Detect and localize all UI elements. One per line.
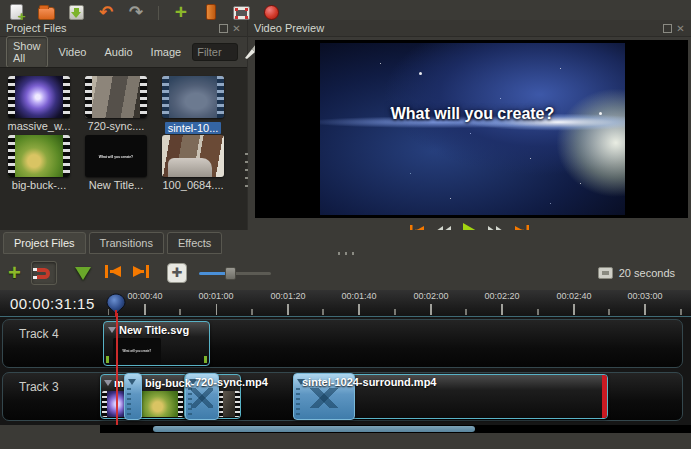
playhead-marker[interactable] xyxy=(105,293,127,317)
current-time-display: 00:00:31:15 xyxy=(10,295,95,312)
file-name: 720-sync.... xyxy=(80,120,152,132)
project-files-panel: Project Files ✕ Show All Video Audio Ima… xyxy=(0,20,248,230)
filter-input[interactable] xyxy=(192,43,238,61)
transition-1[interactable] xyxy=(124,373,142,420)
image-thumbnail xyxy=(162,135,224,177)
thumbnail-text: What will you create? xyxy=(99,154,133,158)
fullscreen-icon[interactable] xyxy=(231,2,251,20)
clip-menu-chevron-icon[interactable] xyxy=(104,380,112,386)
clip-label: big-buck- xyxy=(145,377,195,389)
choose-profile-icon[interactable] xyxy=(201,2,221,20)
project-files-title: Project Files xyxy=(6,22,219,34)
scrollbar-thumb[interactable] xyxy=(153,426,475,432)
snapping-toggle[interactable] xyxy=(31,261,57,285)
clip-menu-chevron-icon[interactable] xyxy=(108,327,116,333)
filter-video-button[interactable]: Video xyxy=(52,42,94,62)
ruler-major-ticks xyxy=(144,304,691,315)
timeline-zoom-slider[interactable] xyxy=(199,266,271,280)
file-item[interactable]: 720-sync.... xyxy=(80,76,152,132)
video-thumbnail xyxy=(8,76,70,118)
filter-image-button[interactable]: Image xyxy=(144,42,189,62)
zoom-scale-indicator: 20 seconds xyxy=(598,267,683,279)
clip-thumbnail xyxy=(137,391,183,417)
ruler-label: 00:02:40 xyxy=(556,291,591,301)
clip-end-marker xyxy=(602,375,607,418)
import-files-icon[interactable]: + xyxy=(171,2,191,20)
thumbnail-text: What will you create? xyxy=(123,349,152,352)
file-item[interactable]: massive_w... xyxy=(3,76,75,132)
video-preview-panel: Video Preview ✕ What will you create? xyxy=(248,20,691,230)
close-panel-icon[interactable]: ✕ xyxy=(676,24,685,33)
file-name: New Title... xyxy=(80,179,152,191)
file-name: sintel-10... xyxy=(165,122,222,134)
tab-transitions[interactable]: Transitions xyxy=(89,232,164,254)
ruler-label: 00:02:20 xyxy=(484,291,519,301)
redo-icon[interactable]: ↷ xyxy=(126,2,146,20)
video-preview-header: Video Preview ✕ xyxy=(248,20,691,37)
file-item-selected[interactable]: sintel-10... xyxy=(157,76,229,136)
close-panel-icon[interactable]: ✕ xyxy=(232,24,241,33)
project-files-grid: massive_w... 720-sync.... sintel-10... b… xyxy=(0,67,247,230)
ruler-label: 00:01:00 xyxy=(198,291,233,301)
title-thumbnail: What will you create? xyxy=(85,135,147,177)
export-video-icon[interactable] xyxy=(261,2,281,20)
main-toolbar: + ↶ ↷ + xyxy=(0,0,691,20)
media-filter-row: Show All Video Audio Image xyxy=(0,37,247,67)
stars-decoration xyxy=(380,63,381,64)
float-panel-icon[interactable] xyxy=(219,24,228,33)
transition-sprockets xyxy=(296,388,300,416)
track-name: Track 4 xyxy=(19,327,59,341)
clip-label: 720-sync.mp4 xyxy=(195,376,268,388)
clip-thumbnail xyxy=(218,391,240,417)
video-thumbnail xyxy=(162,76,224,118)
video-thumbnail xyxy=(85,76,147,118)
file-name: big-buck-... xyxy=(3,179,75,191)
transition-chevron-icon xyxy=(128,379,136,385)
playhead-line xyxy=(116,313,118,425)
razor-icon[interactable] xyxy=(75,267,91,280)
timeline-ruler[interactable]: 00:00:31:15 00:00:40 00:01:00 00:01:20 0… xyxy=(0,290,691,317)
video-thumbnail xyxy=(8,135,70,177)
video-preview-title: Video Preview xyxy=(254,22,663,34)
ruler-label: 00:00:40 xyxy=(127,291,162,301)
video-frame: What will you create? xyxy=(320,43,625,215)
file-item[interactable]: big-buck-... xyxy=(3,135,75,191)
timeline-tracks-area[interactable]: Track 4 New Title.svg What will you crea… xyxy=(0,317,691,425)
ruler-label: 00:01:40 xyxy=(341,291,376,301)
tab-effects[interactable]: Effects xyxy=(167,232,222,254)
splitter-handle[interactable] xyxy=(338,252,358,255)
slider-handle[interactable] xyxy=(225,267,236,280)
clip-new-title[interactable]: New Title.svg What will you create? xyxy=(103,321,210,366)
open-project-icon[interactable] xyxy=(36,2,56,20)
file-item[interactable]: What will you create? New Title... xyxy=(80,135,152,191)
file-item[interactable]: 100_0684.... xyxy=(157,135,229,191)
track-name: Track 3 xyxy=(19,380,59,394)
next-marker-icon[interactable] xyxy=(131,264,151,283)
ruler-label: 00:01:20 xyxy=(270,291,305,301)
clip-thumbnail: What will you create? xyxy=(113,338,161,364)
transition-sprockets xyxy=(127,388,131,416)
filter-audio-button[interactable]: Audio xyxy=(97,42,139,62)
file-name: 100_0684.... xyxy=(157,179,229,191)
save-project-icon[interactable] xyxy=(66,2,86,20)
openshot-window: + ↶ ↷ + Project Files ✕ Show All Video A… xyxy=(0,0,691,449)
project-files-header: Project Files ✕ xyxy=(0,20,247,37)
previous-marker-icon[interactable] xyxy=(103,264,123,283)
filter-show-all-button[interactable]: Show All xyxy=(6,36,48,68)
transition-watermark xyxy=(303,388,345,408)
zoom-scale-label: 20 seconds xyxy=(619,267,675,279)
video-overlay-text: What will you create? xyxy=(320,105,625,123)
undo-icon[interactable]: ↶ xyxy=(96,2,116,20)
tab-project-files[interactable]: Project Files xyxy=(3,232,86,254)
timeline-scrollbar[interactable] xyxy=(100,425,691,433)
center-playhead-icon[interactable]: ✚ xyxy=(167,263,187,283)
magnet-icon xyxy=(37,268,50,279)
file-name: massive_w... xyxy=(3,120,75,132)
ruler-label: 00:02:00 xyxy=(413,291,448,301)
add-track-icon[interactable]: + xyxy=(8,263,21,283)
clip-label: New Title.svg xyxy=(119,324,189,336)
timeline-toolbar: + ✚ 20 seconds xyxy=(0,256,691,290)
new-project-icon[interactable]: + xyxy=(6,2,26,20)
float-panel-icon[interactable] xyxy=(663,24,672,33)
dock-tab-bar: Project Files Transitions Effects xyxy=(0,230,691,256)
